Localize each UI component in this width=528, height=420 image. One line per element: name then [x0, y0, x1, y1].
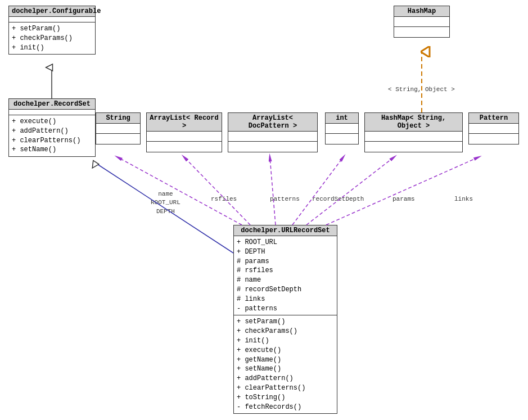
urlrecordset-box: dochelper.URLRecordSet + ROOT_URL + DEPT…	[233, 225, 337, 414]
label-params: params	[392, 196, 415, 202]
hashmap-top-box: HashMap	[394, 6, 450, 38]
recordset-methods: + execute() + addPattern() + clearPatter…	[9, 115, 95, 156]
diagram-container: dochelper.Configurable + setParam() + ch…	[0, 0, 528, 420]
string-section1	[96, 124, 140, 134]
svg-line-7	[184, 157, 250, 225]
configurable-box: dochelper.Configurable + setParam() + ch…	[8, 6, 96, 55]
configurable-empty-section	[9, 17, 95, 22]
int-box: int	[325, 112, 359, 144]
hashmap-string-object-section2	[365, 142, 462, 152]
configurable-title: dochelper.Configurable	[9, 6, 95, 17]
svg-line-10	[306, 157, 394, 225]
svg-line-11	[326, 157, 478, 225]
int-title: int	[326, 113, 358, 124]
pattern-title: Pattern	[469, 113, 518, 124]
urlrecordset-methods: + setParam() + checkParams() + init() + …	[234, 315, 337, 413]
urlrecordset-title: dochelper.URLRecordSet	[234, 225, 337, 236]
hashmap-string-object-section1	[365, 132, 462, 142]
label-patterns: patterns	[270, 196, 300, 202]
hashmap-top-section1	[394, 17, 449, 27]
arraylist-docpattern-title: ArrayList< DocPattern >	[228, 113, 317, 132]
pattern-box: Pattern	[468, 112, 519, 144]
urlrecordset-fields: + ROOT_URL + DEPTH # params # rsfiles # …	[234, 236, 337, 315]
label-links: links	[454, 196, 473, 202]
recordset-box: dochelper.RecordSet + execute() + addPat…	[8, 98, 96, 157]
hashmap-top-title: HashMap	[394, 6, 449, 17]
svg-line-9	[292, 157, 343, 225]
configurable-methods: + setParam() + checkParams() + init()	[9, 22, 95, 54]
int-section1	[326, 124, 358, 134]
recordset-empty-section	[9, 110, 95, 115]
arraylist-docpattern-section2	[228, 142, 317, 152]
hashmap-string-object-title: HashMap< String, Object >	[365, 113, 462, 132]
int-section2	[326, 134, 358, 144]
pattern-section1	[469, 124, 518, 134]
arraylist-record-box: ArrayList< Record >	[146, 112, 222, 152]
arraylist-docpattern-section1	[228, 132, 317, 142]
arraylist-docpattern-box: ArrayList< DocPattern >	[228, 112, 318, 152]
label-name-root-depth: nameROOT_URLDEPTH	[151, 190, 180, 216]
label-rsfiles: rsfiles	[211, 196, 237, 202]
label-string-object: < String, Object >	[388, 86, 455, 93]
arraylist-record-section2	[147, 142, 222, 152]
arraylist-record-section1	[147, 132, 222, 142]
string-section2	[96, 134, 140, 144]
pattern-section2	[469, 134, 518, 144]
string-title: String	[96, 113, 140, 124]
string-box: String	[96, 112, 141, 144]
label-recordsetdepth: recordSetDepth	[312, 196, 364, 202]
arraylist-record-title: ArrayList< Record >	[147, 113, 222, 132]
svg-line-8	[270, 157, 276, 225]
recordset-title: dochelper.RecordSet	[9, 99, 95, 110]
hashmap-top-section2	[394, 27, 449, 37]
hashmap-string-object-box: HashMap< String, Object >	[364, 112, 463, 152]
